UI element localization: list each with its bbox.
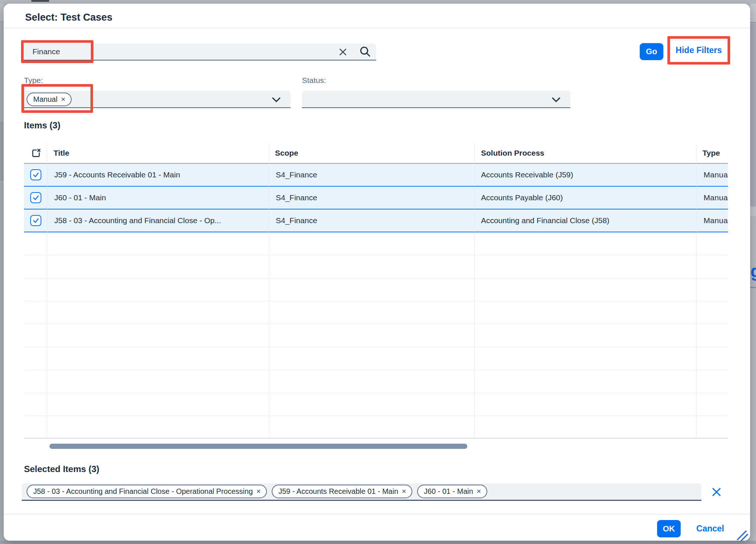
table-row[interactable]: J58 - 03 - Accounting and Financial Clos…	[24, 209, 728, 232]
search-icon[interactable]	[359, 46, 371, 58]
cell-solution-process: Accounts Receivable (J59)	[481, 164, 573, 186]
row-checkbox-checked[interactable]	[30, 169, 41, 180]
token-remove-icon[interactable]: ✕	[477, 488, 481, 495]
token-remove-icon[interactable]: ✕	[256, 488, 261, 495]
column-header-type[interactable]: Type	[702, 143, 720, 163]
cell-type: Manual	[704, 209, 728, 232]
backdrop-bottom	[0, 541, 756, 544]
chevron-down-icon	[551, 97, 561, 103]
cell-title: J59 - Accounts Receivable 01 - Main	[54, 164, 180, 186]
chevron-down-icon	[272, 97, 281, 103]
cell-solution-process: Accounts Payable (J60)	[481, 187, 563, 209]
token-remove-icon[interactable]: ✕	[61, 96, 66, 103]
type-token-manual[interactable]: Manual ✕	[27, 93, 72, 106]
type-label: Type:	[24, 76, 43, 85]
backdrop-top	[0, 0, 756, 4]
cell-scope: S4_Finance	[276, 187, 317, 209]
selected-token[interactable]: J59 - Accounts Receivable 01 - Main ✕	[272, 485, 412, 498]
cancel-button[interactable]: Cancel	[692, 520, 729, 537]
hide-filters-link[interactable]: Hide Filters	[667, 36, 730, 65]
cell-scope: S4_Finance	[276, 164, 317, 186]
go-button[interactable]: Go	[640, 43, 663, 60]
background-clipped-link: g	[750, 261, 756, 281]
select-test-cases-dialog: Select: Test Cases Go Hide Filters Type:…	[4, 4, 750, 541]
backdrop-right: g	[750, 4, 756, 541]
cell-title: J60 - 01 - Main	[54, 187, 106, 209]
dialog-title: Select: Test Cases	[25, 12, 113, 23]
backdrop-artifact	[31, 0, 49, 2]
resize-grip-icon[interactable]	[735, 529, 749, 542]
table-row[interactable]: J59 - Accounts Receivable 01 - Main S4_F…	[24, 164, 728, 187]
selected-token[interactable]: J58 - 03 - Accounting and Financial Clos…	[27, 485, 267, 498]
selected-token-label: J58 - 03 - Accounting and Financial Clos…	[33, 487, 253, 496]
status-label: Status:	[302, 76, 326, 85]
backdrop-left	[0, 4, 4, 541]
type-select[interactable]: Manual ✕	[22, 91, 291, 108]
selected-token[interactable]: J60 - 01 - Main ✕	[417, 485, 487, 498]
search-clear-icon[interactable]	[339, 48, 347, 56]
cell-type: Manual	[704, 164, 728, 186]
cell-title: J58 - 03 - Accounting and Financial Clos…	[54, 209, 221, 232]
ok-button[interactable]: OK	[657, 520, 681, 537]
column-header-solution-process[interactable]: Solution Process	[481, 143, 544, 163]
status-select[interactable]	[302, 91, 570, 108]
clear-all-tokens-icon[interactable]	[712, 487, 721, 497]
table-row[interactable]: J60 - 01 - Main S4_Finance Accounts Paya…	[24, 187, 728, 209]
selected-items-heading: Selected Items (3)	[24, 464, 99, 474]
selected-tokens-field[interactable]: J58 - 03 - Accounting and Financial Clos…	[22, 483, 701, 501]
screen: g Select: Test Cases Go Hide Filters Typ…	[0, 0, 756, 544]
column-header-scope[interactable]: Scope	[275, 143, 298, 163]
header-divider	[4, 28, 750, 28]
table-header-row: Title Scope Solution Process Type	[24, 143, 728, 164]
horizontal-scrollbar-thumb[interactable]	[49, 444, 467, 449]
deselect-all-icon[interactable]	[31, 148, 41, 158]
row-checkbox-checked[interactable]	[30, 215, 41, 226]
search-input[interactable]	[22, 44, 376, 60]
selected-token-label: J60 - 01 - Main	[424, 487, 473, 496]
row-checkbox-checked[interactable]	[30, 192, 41, 203]
token-remove-icon[interactable]: ✕	[402, 488, 406, 495]
items-table: Title Scope Solution Process Type J59 - …	[24, 143, 728, 439]
cell-scope: S4_Finance	[276, 209, 317, 232]
footer-divider	[4, 514, 750, 514]
selected-token-label: J59 - Accounts Receivable 01 - Main	[278, 487, 398, 496]
items-heading: Items (3)	[24, 120, 61, 131]
type-token-label: Manual	[33, 95, 58, 104]
column-header-title[interactable]: Title	[54, 143, 69, 163]
empty-rows-grid	[24, 232, 728, 439]
cell-type: Manual	[704, 187, 728, 209]
cell-solution-process: Accounting and Financial Close (J58)	[481, 209, 609, 232]
